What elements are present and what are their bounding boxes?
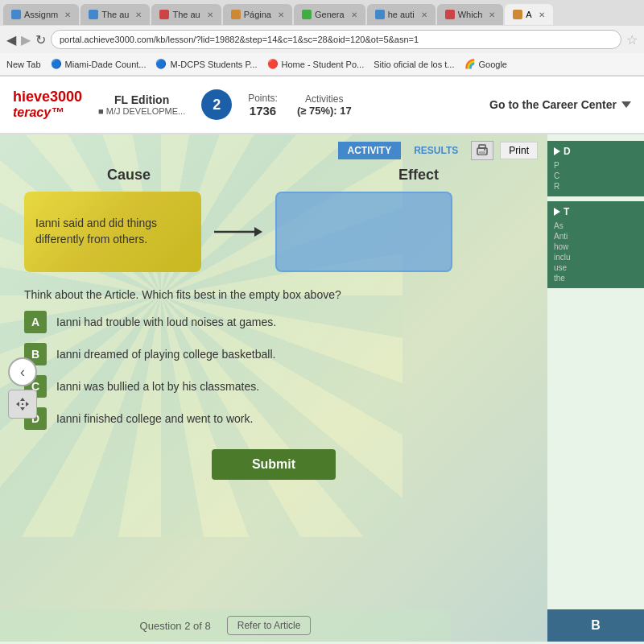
tab-close[interactable]: ✕ xyxy=(278,10,284,19)
triangle-icon-2 xyxy=(554,208,560,216)
tab-the-au-2[interactable]: The au ✕ xyxy=(151,4,221,25)
option-letter-a: A xyxy=(24,311,47,333)
effect-box xyxy=(275,192,452,272)
points-stat: Points: 1736 xyxy=(248,93,278,118)
bookmark-home-student[interactable]: 🔴 Home - Student Po... xyxy=(267,59,365,69)
activities-stat: Activities (≥ 75%): 17 xyxy=(297,93,352,117)
bookmark-google[interactable]: 🌈 Google xyxy=(464,59,507,69)
bookmark-mdcps[interactable]: 🔵 M-DCPS Students P... xyxy=(155,59,257,69)
tab-close[interactable]: ✕ xyxy=(64,10,71,19)
browser-chrome: Assignm ✕ The au ✕ The au ✕ Página ✕ Gen… xyxy=(0,0,644,76)
answer-option-b[interactable]: B Ianni dreamed of playing college baske… xyxy=(24,343,523,365)
panel-t-letter: T xyxy=(564,206,569,217)
back-icon[interactable]: ◀ xyxy=(6,32,16,47)
main-content: ACTIVITY RESULTS Print Cause Effe xyxy=(0,134,644,642)
svg-marker-9 xyxy=(26,402,29,407)
option-text-c: Ianni was bullied a lot by his classmate… xyxy=(56,380,259,393)
address-input[interactable] xyxy=(51,30,621,49)
tab-genera[interactable]: Genera ✕ xyxy=(294,4,365,25)
panel-t-text: As Anti how inclu use the xyxy=(554,221,638,283)
right-sidebar: D P C R T As Anti how inclu use the xyxy=(547,134,644,642)
tab-bar: Assignm ✕ The au ✕ The au ✕ Página ✕ Gen… xyxy=(0,0,644,26)
bookmark-star-icon[interactable]: ☆ xyxy=(626,32,638,47)
bookmark-miami-dade[interactable]: 🔵 Miami-Dade Count... xyxy=(51,59,147,69)
panel-d-text: P C R xyxy=(554,160,638,192)
edition-sub: ■ M/J DEVELOPME... xyxy=(98,106,185,116)
nav-controls: ‹ xyxy=(8,357,37,419)
career-center-button[interactable]: Go to the Career Center xyxy=(489,98,631,111)
dropdown-arrow-icon xyxy=(621,101,631,108)
activity-tab-button[interactable]: ACTIVITY xyxy=(338,142,402,159)
sidebar-panel-d-header[interactable]: D xyxy=(554,146,638,157)
bookmark-label: Sitio oficial de los t... xyxy=(374,60,454,69)
triangle-icon xyxy=(554,147,560,155)
tab-the-au-1[interactable]: The au ✕ xyxy=(80,4,150,25)
submit-button[interactable]: Submit xyxy=(212,449,336,480)
answer-option-a[interactable]: A Ianni had trouble with loud noises at … xyxy=(24,311,523,333)
tab-close[interactable]: ✕ xyxy=(135,10,142,19)
edition-title: FL Edition xyxy=(114,93,169,106)
tab-close[interactable]: ✕ xyxy=(539,10,545,19)
bookmark-new-tab[interactable]: New Tab xyxy=(6,60,41,69)
cause-effect-headers: Cause Effect xyxy=(24,167,523,184)
svg-marker-7 xyxy=(20,407,25,411)
tab-pagina[interactable]: Página ✕ xyxy=(223,4,292,25)
tab-active[interactable]: A ✕ xyxy=(505,4,552,25)
logo-achieve: hieve3000 xyxy=(13,89,82,105)
logo-literacy: teracy™ xyxy=(13,105,82,120)
question-indicator: Question 2 of 8 xyxy=(140,620,211,632)
tab-close[interactable]: ✕ xyxy=(421,10,427,19)
svg-rect-10 xyxy=(22,403,23,405)
cause-effect-section: Cause Effect Ianni said and did things d… xyxy=(0,167,547,272)
svg-rect-1 xyxy=(479,151,485,155)
print-icon-button[interactable] xyxy=(471,141,493,160)
tab-favicon xyxy=(159,10,169,19)
tab-favicon xyxy=(231,10,241,19)
sidebar-panel-d: D P C R xyxy=(547,141,644,196)
move-icon-button[interactable] xyxy=(8,390,37,419)
results-tab-button[interactable]: RESULTS xyxy=(407,142,464,159)
points-label: Points: xyxy=(248,93,278,104)
tab-label: Página xyxy=(244,10,271,19)
tab-assignm[interactable]: Assignm ✕ xyxy=(3,4,79,25)
cause-header: Cause xyxy=(107,167,151,183)
forward-icon[interactable]: ▶ xyxy=(21,32,31,47)
reload-icon[interactable]: ↻ xyxy=(35,32,46,47)
panel-d-letter: D xyxy=(564,146,571,157)
activity-toolbar: ACTIVITY RESULTS Print xyxy=(0,134,547,167)
svg-marker-6 xyxy=(20,398,25,401)
tab-favicon xyxy=(302,10,312,19)
tab-label: Genera xyxy=(315,10,345,19)
sidebar-panel-t-header[interactable]: T xyxy=(554,206,638,217)
tab-which[interactable]: Which ✕ xyxy=(437,4,504,25)
tab-close[interactable]: ✕ xyxy=(489,10,495,19)
bookmark-icon: 🔴 xyxy=(267,59,279,69)
bookmarks-bar: New Tab 🔵 Miami-Dade Count... 🔵 M-DCPS S… xyxy=(0,53,644,76)
level-badge: 2 xyxy=(201,89,232,120)
printer-icon xyxy=(476,144,489,157)
answer-option-c[interactable]: C Ianni was bullied a lot by his classma… xyxy=(24,375,523,398)
bookmark-label: New Tab xyxy=(6,60,41,69)
bookmark-icon: 🔵 xyxy=(51,59,62,69)
effect-header: Effect xyxy=(398,167,439,183)
tab-close[interactable]: ✕ xyxy=(207,10,213,19)
header-stats: Points: 1736 Activities (≥ 75%): 17 xyxy=(248,93,352,118)
tab-close[interactable]: ✕ xyxy=(351,10,357,19)
print-button[interactable]: Print xyxy=(500,142,538,159)
bookmark-label: Miami-Dade Count... xyxy=(65,60,147,69)
bookmark-sitio[interactable]: Sitio oficial de los t... xyxy=(374,60,454,69)
svg-marker-5 xyxy=(254,227,262,237)
level-number: 2 xyxy=(213,97,221,114)
arrow-connector xyxy=(214,220,262,244)
tab-label: A xyxy=(526,10,531,19)
cause-effect-boxes: Ianni said and did things differently fr… xyxy=(24,192,523,272)
activities-value: (≥ 75%): 17 xyxy=(297,105,352,117)
tab-label: The au xyxy=(101,10,129,19)
answer-option-d[interactable]: D Ianni finished college and went to wor… xyxy=(24,407,523,430)
tab-he-auti[interactable]: he auti ✕ xyxy=(367,4,436,25)
refer-article-button[interactable]: Refer to Article xyxy=(227,616,312,635)
tab-label: he auti xyxy=(388,10,415,19)
nav-back-button[interactable]: ‹ xyxy=(8,357,37,386)
app-logo: hieve3000 teracy™ xyxy=(13,89,82,119)
question-text: Think about the Article. Which fits best… xyxy=(24,288,523,301)
